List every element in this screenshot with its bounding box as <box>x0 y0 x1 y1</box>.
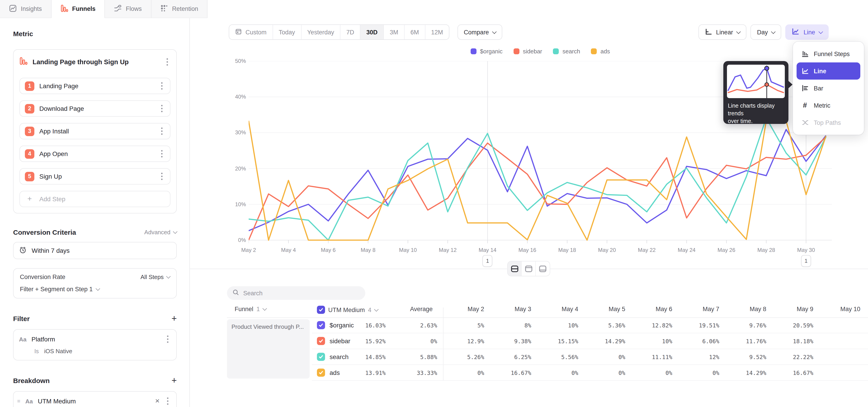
table-row-organic[interactable]: $organic 16.03%2.63%5%8%10%5.36%12.82%19… <box>312 317 868 333</box>
date-column-header[interactable]: May 9 <box>773 306 819 312</box>
tab-retention[interactable]: Retention <box>151 0 208 18</box>
range-30d[interactable]: 30D <box>361 25 384 39</box>
menu-item-metric[interactable]: # Metric <box>797 97 860 114</box>
filter-segment-dropdown[interactable]: Filter + Segment on Step 1 <box>20 286 170 292</box>
funnel-step-2[interactable]: 2 Download Page <box>20 100 170 117</box>
date-column-header[interactable]: May 7 <box>679 306 725 312</box>
menu-item-bar[interactable]: Bar <box>797 80 860 97</box>
date-column-header[interactable]: May 2 <box>443 306 491 312</box>
tab-funnels[interactable]: Funnels <box>51 0 105 18</box>
table-row-search[interactable]: search 14.85%5.88%5.26%6.25%5.56%0%11.11… <box>312 349 868 365</box>
funnel-step-1[interactable]: 1 Landing Page <box>20 78 170 94</box>
funnel-step-4[interactable]: 4 App Open <box>20 146 170 162</box>
kebab-menu-icon[interactable] <box>159 127 165 136</box>
kebab-menu-icon[interactable] <box>164 397 171 406</box>
series-sidebar[interactable] <box>249 137 826 240</box>
range-3m[interactable]: 3M <box>384 25 405 39</box>
chevron-down-icon <box>374 307 378 311</box>
remove-breakdown-icon[interactable]: × <box>155 397 160 406</box>
all-steps-dropdown[interactable]: All Steps <box>141 274 170 280</box>
add-step-button[interactable]: + Add Step <box>20 191 170 207</box>
cell-value: 16.67% <box>491 369 537 376</box>
funnel-step-3[interactable]: 3 App Install <box>20 123 170 139</box>
layout-split-button[interactable] <box>508 261 522 276</box>
menu-item-top-paths: Top Paths <box>797 114 860 131</box>
annotation-badge-may-14[interactable]: 1 <box>483 255 493 267</box>
kebab-menu-icon[interactable] <box>159 104 165 113</box>
cell-value: 0% <box>585 369 631 376</box>
date-column-header[interactable]: May 6 <box>631 306 679 312</box>
series-checkbox[interactable] <box>317 321 325 329</box>
x-tick-label: May 2 <box>241 247 256 253</box>
granularity-dropdown-button[interactable]: Day <box>751 24 781 40</box>
legend-item-sidebar[interactable]: sidebar <box>513 48 542 55</box>
funnel-column-header[interactable]: Funnel 1 <box>235 306 266 312</box>
compare-button[interactable]: Compare <box>458 24 502 40</box>
tab-flows[interactable]: Flows <box>105 0 151 18</box>
range-yesterday[interactable]: Yesterday <box>301 25 340 39</box>
series-checkbox[interactable] <box>317 353 325 361</box>
annotation-badge-may-30[interactable]: 1 <box>801 255 811 267</box>
search-input[interactable] <box>243 290 360 296</box>
x-tick-label: May 14 <box>478 247 496 253</box>
date-column-header[interactable]: May 10 <box>819 306 867 312</box>
series-organic[interactable] <box>249 130 826 231</box>
menu-item-line[interactable]: Line <box>797 62 860 80</box>
average-column-header[interactable]: Average <box>392 306 439 312</box>
table-row-ads[interactable]: ads 13.91%33.33%0%16.67%0%0%0%0%14.29%16… <box>312 365 868 381</box>
series-search[interactable] <box>249 118 826 240</box>
conversion-window-row[interactable]: Within 7 days <box>13 242 177 259</box>
chart-type-dropdown-button[interactable]: Line <box>785 24 829 40</box>
cell-value: 12.9% <box>443 338 491 344</box>
chart-legend: $organicsidebarsearchads <box>249 48 832 55</box>
tab-insights[interactable]: Insights <box>0 0 51 18</box>
x-tick-label: May 16 <box>519 247 536 253</box>
filter-value[interactable]: iOS Native <box>44 348 72 354</box>
kebab-menu-icon[interactable] <box>164 57 170 66</box>
date-column-header[interactable]: May 4 <box>537 306 585 312</box>
date-column-header[interactable]: May 3 <box>491 306 537 312</box>
kebab-menu-icon[interactable] <box>159 149 165 158</box>
range-today[interactable]: Today <box>273 25 301 39</box>
step-number-badge: 1 <box>25 81 34 91</box>
drag-handle-icon[interactable]: ≡ <box>17 398 20 404</box>
cell-value: 33.33% <box>397 369 443 376</box>
tab-label: Flows <box>126 5 142 12</box>
range-12m[interactable]: 12M <box>425 25 449 39</box>
breakdown-column-header[interactable]: UTM Medium 4 <box>317 306 378 314</box>
add-breakdown-button[interactable]: + <box>172 376 177 385</box>
select-all-checkbox[interactable] <box>317 306 325 314</box>
kebab-menu-icon[interactable] <box>164 335 171 344</box>
cell-value: 11.76% <box>725 338 773 344</box>
legend-item-ads[interactable]: ads <box>591 48 610 55</box>
series-ads[interactable] <box>249 121 826 240</box>
step-label: Landing Page <box>39 82 154 90</box>
add-filter-button[interactable]: + <box>172 314 177 323</box>
funnel-step-5[interactable]: 5 Sign Up <box>20 168 170 185</box>
kebab-menu-icon[interactable] <box>159 172 165 181</box>
funnel-group-cell[interactable]: Product Viewed through P... <box>227 319 310 378</box>
series-checkbox[interactable] <box>317 337 325 345</box>
range-7d[interactable]: 7D <box>340 25 361 39</box>
range-6m[interactable]: 6M <box>405 25 426 39</box>
kebab-menu-icon[interactable] <box>159 82 165 90</box>
scale-dropdown-button[interactable]: Linear <box>699 24 747 40</box>
breakdown-property[interactable]: UTM Medium <box>38 398 150 405</box>
series-checkbox[interactable] <box>317 369 325 377</box>
range-custom[interactable]: Custom <box>229 25 273 39</box>
cell-value: 14.29% <box>725 369 773 376</box>
menu-item-funnel-steps[interactable]: Funnel Steps <box>797 45 860 62</box>
legend-item-organic[interactable]: $organic <box>470 48 502 55</box>
date-column-header[interactable]: May 5 <box>585 306 631 312</box>
layout-table-button[interactable] <box>536 261 550 276</box>
layout-chart-button[interactable] <box>522 261 536 276</box>
filter-property[interactable]: Platform <box>31 336 160 343</box>
table-row-sidebar[interactable]: sidebar 15.92%0%12.9%9.38%15.15%14.29%10… <box>312 333 868 349</box>
date-column-header[interactable]: May 8 <box>725 306 773 312</box>
report-tabbar: Insights Funnels Flows <box>0 0 208 18</box>
filter-operator[interactable]: Is <box>34 348 39 354</box>
legend-item-search[interactable]: search <box>553 48 580 55</box>
step-number-badge: 4 <box>25 149 34 158</box>
conversion-rate-card: Conversion Rate All Steps Filter + Segme… <box>13 268 177 299</box>
advanced-dropdown[interactable]: Advanced <box>144 229 177 236</box>
